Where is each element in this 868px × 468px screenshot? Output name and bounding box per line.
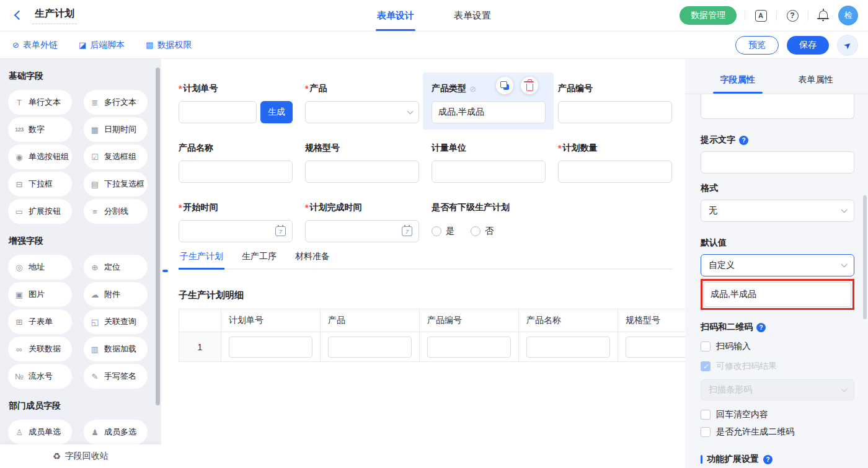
save-button[interactable]: 保存 [787,36,829,55]
item-label: 图片 [29,289,45,300]
tab-form-properties[interactable]: 表单属性 [795,74,837,94]
field-unit[interactable]: 计量单位 [432,142,546,183]
sidebar-item-subform[interactable]: ⊞子表单 [8,309,72,334]
format-select[interactable]: 无 [701,200,854,222]
help-icon[interactable]: ? [756,323,766,332]
copy-field-button[interactable] [496,77,513,94]
sidebar-item-extend-button[interactable]: ▭扩展按钮 [8,199,72,224]
qty-input[interactable] [558,161,672,183]
default-mode-select[interactable]: 自定义 [701,254,854,276]
sidebar-item-number[interactable]: 123数字 [8,117,72,142]
tab-form-design[interactable]: 表单设计 [377,0,414,31]
help-icon[interactable]: ? [785,8,800,23]
sidebar-item-related-data[interactable]: ∞关联数据 [8,337,72,361]
field-recycle-bin[interactable]: ♻ 字段回收站 [0,444,161,468]
cell-input[interactable] [427,337,511,358]
sidebar-item-member-single[interactable]: ♙成员单选 [8,420,72,444]
hint-input[interactable] [701,151,854,174]
field-has-sub-plan[interactable]: 是否有下级生产计划 是 否 [432,201,672,242]
field-name-input-partial[interactable] [701,94,854,119]
cell-input[interactable] [328,337,412,358]
contacts-icon[interactable]: A [753,8,768,23]
cell-input[interactable] [229,337,312,358]
tab-material-prep[interactable]: 材料准备 [294,251,331,268]
tab-field-properties[interactable]: 字段属性 [717,74,759,94]
product-select[interactable] [305,101,419,123]
sidebar-item-single-line-text[interactable]: T单行文本 [8,90,72,115]
spec-input[interactable] [305,161,419,183]
field-finish-time[interactable]: *计划完成时间 7 [305,201,419,242]
item-label: 成员多选 [104,426,136,438]
sidebar-item-serial-number[interactable]: №流水号 [8,364,72,389]
table-cell [618,332,685,361]
label-text: 计量单位 [432,143,466,154]
label-text: 默认值 [701,237,727,249]
table-cell [221,332,321,361]
field-product-type[interactable]: 产品类型⊘ 成品,半成品 [432,82,546,123]
sidebar-item-radio-group[interactable]: ◉单选按钮组 [8,144,72,169]
sidebar-item-member-multi[interactable]: ♟成员多选 [84,420,148,444]
item-label: 数据加载 [104,343,136,355]
tab-form-settings[interactable]: 表单设置 [454,0,491,31]
tab-sub-production-plan[interactable]: 子生产计划 [179,251,224,268]
backend-script-link[interactable]: ◪ 后端脚本 [79,40,125,51]
form-external-link[interactable]: ⊘ 表单外链 [12,40,58,51]
preview-button[interactable]: 预览 [735,36,779,55]
sidebar-item-attachment[interactable]: ☁附件 [84,282,148,307]
sidebar-item-related-query[interactable]: ◱关联查询 [84,309,148,334]
field-product[interactable]: *产品 [305,82,419,123]
delete-field-button[interactable] [521,77,538,94]
product-name-input[interactable] [179,161,293,183]
cell-input[interactable] [526,337,610,358]
sidebar-item-address[interactable]: ◎地址 [8,255,72,280]
sidebar-item-divider-line[interactable]: ≡分割线 [84,199,148,224]
sidebar-scrollbar[interactable] [156,68,160,405]
radio-option-no[interactable]: 否 [471,226,494,237]
sidebar-item-datetime[interactable]: ▦日期时间 [84,117,148,142]
field-qty[interactable]: *计划数量 [558,142,672,183]
default-value-input[interactable]: 成品,半成品 [704,282,851,307]
product-code-input[interactable] [558,101,672,123]
field-product-name[interactable]: 产品名称 [179,142,293,183]
sidebar-item-multi-select[interactable]: ▤下拉复选框 [84,172,148,196]
back-icon[interactable] [11,9,25,22]
checkbox-label: 是否允许生成二维码 [716,426,794,438]
sidebar-item-select[interactable]: ⊟下拉框 [8,172,72,196]
sidebar-item-location[interactable]: ⊕定位 [84,255,148,280]
share-button[interactable]: ➤ [837,35,858,56]
start-time-input[interactable]: 7 [179,220,293,242]
clear-on-enter-checkbox[interactable]: 回车清空内容 [701,409,854,420]
data-permission-link[interactable]: ▤ 数据权限 [146,40,192,51]
cell-input[interactable] [626,337,685,358]
sidebar-item-signature[interactable]: ✎手写签名 [84,364,148,389]
scan-input-checkbox[interactable]: 扫码输入 [701,341,854,352]
finish-time-input[interactable]: 7 [305,220,419,242]
sidebar-item-multi-line-text[interactable]: ≣多行文本 [84,90,148,115]
notification-bell-icon[interactable] [817,9,830,22]
field-spec[interactable]: 规格型号 [305,142,419,183]
product-type-input[interactable]: 成品,半成品 [432,101,546,123]
item-label: 附件 [104,289,120,300]
field-start-time[interactable]: *开始时间 7 [179,201,293,242]
help-icon[interactable]: ? [763,455,773,464]
page-title[interactable]: 生产计划 [32,7,77,24]
radio-option-yes[interactable]: 是 [432,226,454,237]
plan-no-input[interactable] [179,101,257,123]
help-icon[interactable]: ? [739,136,748,145]
label-text: 产品类型 [432,83,466,94]
unit-input[interactable] [432,161,546,183]
sidebar-item-checkbox-group[interactable]: ☑复选框组 [84,144,148,169]
field-plan-no[interactable]: *计划单号 生成 [179,82,293,123]
generate-button[interactable]: 生成 [260,101,293,123]
sidebar-item-data-load[interactable]: ▥数据加载 [84,337,148,361]
field-product-code[interactable]: 产品编号 [558,82,672,123]
sidebar-item-image[interactable]: ▣图片 [8,282,72,307]
allow-qrcode-checkbox[interactable]: 是否允许生成二维码 [701,426,854,438]
field-label: *计划单号 [179,82,293,95]
panel-scrollbar[interactable] [863,195,867,319]
required-asterisk: * [305,84,308,94]
avatar[interactable]: 检 [838,6,858,25]
tab-production-process[interactable]: 生产工序 [241,251,278,268]
data-manage-button[interactable]: 数据管理 [680,6,737,25]
bell-dome [819,11,828,18]
